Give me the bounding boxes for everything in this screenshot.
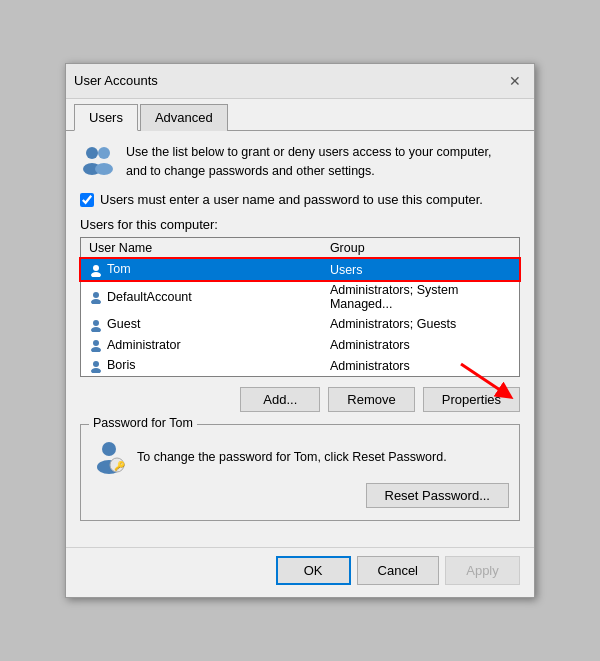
tab-advanced[interactable]: Advanced (140, 104, 228, 131)
properties-button[interactable]: Properties (423, 387, 520, 412)
user-name-cell: Tom (81, 259, 322, 280)
user-name-cell: DefaultAccount (81, 280, 322, 314)
user-group-cell: Administrators; Guests (322, 314, 519, 335)
svg-point-12 (93, 361, 99, 367)
svg-point-16 (102, 442, 116, 456)
user-group-cell: Administrators; System Managed... (322, 280, 519, 314)
user-name-cell: Administrator (81, 335, 322, 356)
password-description: To change the password for Tom, click Re… (137, 450, 509, 464)
table-row[interactable]: TomUsers (81, 259, 519, 280)
tab-bar: Users Advanced (66, 99, 534, 131)
checkbox-row[interactable]: Users must enter a user name and passwor… (80, 192, 520, 207)
table-row[interactable]: AdministratorAdministrators (81, 335, 519, 356)
user-action-buttons: Add... Remove Properties (80, 387, 520, 412)
svg-point-4 (93, 265, 99, 271)
window-title: User Accounts (74, 73, 158, 88)
svg-point-6 (93, 292, 99, 298)
bottom-buttons: OK Cancel Apply (66, 547, 534, 597)
user-name-cell: Guest (81, 314, 322, 335)
reset-button-row: Reset Password... (91, 483, 509, 508)
row-user-icon (89, 318, 103, 332)
password-group-title: Password for Tom (89, 416, 197, 430)
row-user-icon (89, 290, 103, 304)
svg-point-5 (91, 272, 101, 277)
row-user-icon (89, 263, 103, 277)
svg-point-13 (91, 368, 101, 373)
password-group-box: Password for Tom 🔑 To change the passwor… (80, 424, 520, 521)
user-accounts-window: User Accounts ✕ Users Advanced Use the l… (65, 63, 535, 598)
user-table-container: User Name Group TomUsersDefaultAccountAd… (80, 237, 520, 377)
row-user-icon (89, 359, 103, 373)
svg-point-0 (86, 147, 98, 159)
must-login-label: Users must enter a user name and passwor… (100, 192, 483, 207)
buttons-area: Add... Remove Properties (80, 387, 520, 412)
svg-point-9 (91, 327, 101, 332)
cancel-button[interactable]: Cancel (357, 556, 439, 585)
close-button[interactable]: ✕ (504, 70, 526, 92)
tab-users[interactable]: Users (74, 104, 138, 131)
apply-button[interactable]: Apply (445, 556, 520, 585)
table-row[interactable]: GuestAdministrators; Guests (81, 314, 519, 335)
reset-password-button[interactable]: Reset Password... (366, 483, 510, 508)
row-user-icon (89, 338, 103, 352)
user-group-cell: Users (322, 259, 519, 280)
svg-text:🔑: 🔑 (114, 460, 126, 472)
tab-content: Use the list below to grant or deny user… (66, 131, 534, 547)
password-row: 🔑 To change the password for Tom, click … (91, 439, 509, 475)
table-row[interactable]: BorisAdministrators (81, 355, 519, 376)
info-section: Use the list below to grant or deny user… (80, 143, 520, 181)
svg-point-3 (95, 163, 113, 175)
col-group: Group (322, 238, 519, 259)
svg-point-11 (91, 347, 101, 352)
svg-point-10 (93, 340, 99, 346)
user-name-cell: Boris (81, 355, 322, 376)
user-group-cell: Administrators (322, 335, 519, 356)
password-user-icon: 🔑 (91, 439, 127, 475)
must-login-checkbox[interactable] (80, 193, 94, 207)
ok-button[interactable]: OK (276, 556, 351, 585)
info-text: Use the list below to grant or deny user… (126, 143, 491, 181)
col-username: User Name (81, 238, 322, 259)
users-section-label: Users for this computer: (80, 217, 520, 232)
svg-point-8 (93, 320, 99, 326)
user-group-cell: Administrators (322, 355, 519, 376)
remove-button[interactable]: Remove (328, 387, 414, 412)
user-table: User Name Group TomUsersDefaultAccountAd… (81, 238, 519, 376)
svg-point-2 (98, 147, 110, 159)
svg-point-7 (91, 299, 101, 304)
add-button[interactable]: Add... (240, 387, 320, 412)
user-group-icon (80, 143, 116, 179)
table-row[interactable]: DefaultAccountAdministrators; System Man… (81, 280, 519, 314)
title-bar: User Accounts ✕ (66, 64, 534, 99)
